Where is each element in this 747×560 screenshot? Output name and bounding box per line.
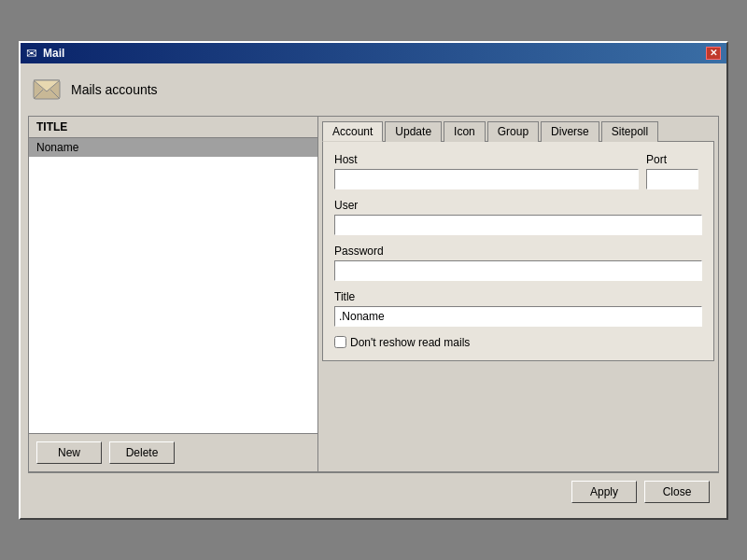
- mail-icon: [32, 75, 62, 105]
- tab-sitepoll[interactable]: Sitepoll: [601, 121, 658, 142]
- reshow-checkbox-group: Don't reshow read mails: [334, 336, 702, 349]
- title-label: Title: [334, 290, 702, 303]
- tabs-bar: Account Update Icon Group Diverse: [318, 117, 718, 141]
- host-group: Host: [334, 153, 639, 189]
- left-panel-buttons: New Delete: [29, 433, 317, 471]
- title-bar-left: ✉ Mail: [26, 46, 64, 61]
- header-area: Mails accounts: [28, 71, 719, 108]
- accounts-list: Noname: [29, 138, 317, 433]
- tab-icon[interactable]: Icon: [444, 121, 486, 142]
- title-group: Title: [334, 290, 702, 327]
- main-area: TITLE Noname New Delete Account: [28, 116, 719, 472]
- content-area: Mails accounts TITLE Noname New Delete: [21, 63, 726, 518]
- new-button[interactable]: New: [36, 441, 102, 464]
- tab-diverse[interactable]: Diverse: [541, 121, 599, 142]
- list-item[interactable]: Noname: [29, 138, 317, 157]
- port-input[interactable]: [646, 169, 698, 189]
- password-label: Password: [334, 245, 702, 258]
- user-input[interactable]: [334, 215, 702, 235]
- window-icon: ✉: [26, 46, 37, 61]
- mail-window: ✉ Mail ✕ Mails accounts TITLE Noname: [19, 41, 728, 520]
- port-group: Port: [646, 153, 702, 189]
- host-label: Host: [334, 153, 639, 166]
- list-column-header: TITLE: [29, 117, 317, 138]
- close-window-button[interactable]: ✕: [706, 47, 721, 60]
- user-label: User: [334, 199, 702, 212]
- title-bar: ✉ Mail ✕: [21, 43, 726, 63]
- bottom-bar: Apply Close: [28, 472, 719, 511]
- host-port-row: Host Port: [334, 153, 702, 199]
- header-title: Mails accounts: [71, 82, 158, 97]
- reshow-checkbox[interactable]: [334, 336, 346, 348]
- delete-button[interactable]: Delete: [109, 441, 175, 464]
- host-input[interactable]: [334, 169, 639, 189]
- tab-content-account: Host Port User: [322, 141, 714, 361]
- close-button[interactable]: Close: [644, 481, 710, 503]
- password-group: Password: [334, 245, 702, 281]
- tab-account[interactable]: Account: [322, 121, 383, 142]
- apply-button[interactable]: Apply: [571, 481, 637, 503]
- left-panel: TITLE Noname New Delete: [29, 117, 318, 471]
- window-title: Mail: [43, 47, 64, 60]
- tab-update[interactable]: Update: [385, 121, 442, 142]
- title-input[interactable]: [334, 306, 702, 327]
- user-group: User: [334, 199, 702, 235]
- right-panel: Account Update Icon Group Diverse: [318, 117, 718, 471]
- password-input[interactable]: [334, 260, 702, 281]
- reshow-label: Don't reshow read mails: [350, 336, 470, 349]
- port-label: Port: [646, 153, 702, 166]
- tab-group[interactable]: Group: [487, 121, 539, 142]
